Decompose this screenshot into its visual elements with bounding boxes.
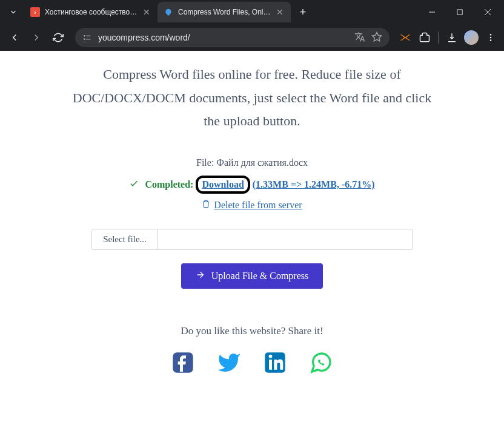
- close-window-button[interactable]: [474, 0, 502, 24]
- file-name-input[interactable]: [158, 229, 413, 250]
- page-content[interactable]: Compress Word files online for free. Red…: [0, 51, 504, 431]
- status-line: Completed: Download (1.33MB => 1.24MB, -…: [36, 176, 468, 194]
- svg-marker-8: [373, 32, 382, 41]
- arrow-right-icon: [196, 270, 205, 282]
- tab-inactive-1[interactable]: › Хостинговое сообщество «Tim ✕: [24, 2, 158, 22]
- tab-close-button[interactable]: ✕: [142, 7, 151, 17]
- tab-favicon-icon: [164, 7, 173, 17]
- check-icon: [129, 179, 139, 191]
- svg-point-4: [84, 36, 85, 36]
- tab-favicon-icon: ›: [30, 7, 40, 17]
- hero-text: Compress Word files online for free. Red…: [64, 63, 440, 133]
- tab-title: Compress Word Files, Online D: [178, 8, 271, 16]
- site-settings-icon[interactable]: [82, 33, 92, 42]
- file-label: File:: [196, 157, 216, 168]
- trash-icon: [202, 200, 210, 211]
- toolbar: youcompress.com/word/: [0, 24, 504, 51]
- upload-button[interactable]: Upload File & Compress: [181, 263, 323, 289]
- forward-button[interactable]: [27, 28, 46, 47]
- facebook-icon[interactable]: [171, 350, 195, 375]
- svg-point-9: [490, 34, 492, 36]
- tab-active[interactable]: Compress Word Files, Online D ✕: [158, 2, 291, 22]
- window-controls: [418, 0, 502, 24]
- url-text: youcompress.com/word/: [98, 33, 190, 42]
- delete-label: Delete file from server: [214, 200, 302, 211]
- compression-stats[interactable]: (1.33MB => 1.24MB, -6.71%): [253, 179, 375, 190]
- share-icons: [36, 350, 468, 375]
- browser-chrome: › Хостинговое сообщество «Tim ✕ Compress…: [0, 0, 504, 51]
- downloads-button[interactable]: [443, 29, 460, 46]
- minimize-button[interactable]: [418, 0, 446, 24]
- file-name: Файл для сжатия.docx: [216, 157, 308, 168]
- linkedin-icon[interactable]: [263, 350, 287, 375]
- file-select-row: Select file...: [36, 229, 468, 250]
- svg-point-10: [490, 37, 492, 39]
- svg-point-6: [84, 39, 85, 39]
- back-button[interactable]: [5, 28, 24, 47]
- file-info: File: Файл для сжатия.docx: [36, 157, 468, 168]
- avatar: [464, 30, 479, 45]
- svg-point-11: [490, 39, 492, 41]
- twitter-icon[interactable]: [217, 350, 241, 375]
- menu-button[interactable]: [482, 29, 499, 46]
- new-tab-button[interactable]: +: [294, 4, 311, 21]
- toolbar-divider: [438, 31, 439, 44]
- whatsapp-icon[interactable]: [309, 350, 333, 375]
- svg-rect-1: [457, 9, 462, 14]
- address-bar[interactable]: youcompress.com/word/: [75, 28, 390, 47]
- tab-search-dropdown[interactable]: [6, 5, 21, 19]
- bookmark-icon[interactable]: [371, 31, 382, 44]
- share-prompt: Do you like this website? Share it!: [36, 325, 468, 337]
- tab-close-button[interactable]: ✕: [275, 7, 285, 17]
- metamask-extension-icon[interactable]: [397, 29, 414, 46]
- delete-file-link[interactable]: Delete file from server: [202, 200, 302, 211]
- extensions-button[interactable]: [416, 29, 433, 46]
- completed-label: Completed:: [145, 179, 193, 190]
- translate-icon[interactable]: [354, 31, 365, 44]
- upload-label: Upload File & Compress: [211, 271, 308, 281]
- titlebar: › Хостинговое сообщество «Tim ✕ Compress…: [0, 0, 504, 24]
- tab-title: Хостинговое сообщество «Tim: [45, 8, 138, 16]
- reload-button[interactable]: [48, 28, 68, 47]
- maximize-button[interactable]: [446, 0, 474, 24]
- download-link[interactable]: Download: [202, 179, 244, 189]
- select-file-button[interactable]: Select file...: [91, 229, 158, 250]
- profile-button[interactable]: [463, 29, 480, 46]
- download-highlight: Download: [196, 176, 250, 194]
